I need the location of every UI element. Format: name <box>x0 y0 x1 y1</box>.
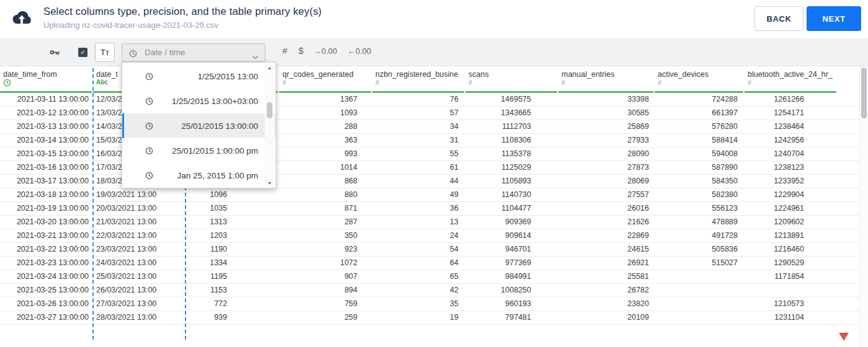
table-cell: 1093 <box>279 107 372 120</box>
column-type-indicator: # <box>658 79 745 88</box>
table-cell: 1224961 <box>745 202 838 215</box>
dropdown-scrollbar-thumb[interactable] <box>267 102 272 118</box>
column-type-indicator <box>841 79 859 88</box>
table-cell <box>838 257 859 270</box>
text-type-button[interactable]: Tт <box>95 43 115 62</box>
table-cell: 1153 <box>186 284 279 297</box>
table-cell: 1210573 <box>745 297 838 310</box>
format-option[interactable]: 1/25/2015 13:00+03:00 <box>122 89 275 113</box>
increase-decimals-button[interactable]: →0.00 <box>313 46 337 56</box>
format-option[interactable]: 1/25/2015 13:00 <box>122 64 275 89</box>
table-cell: 26016 <box>558 202 655 215</box>
column-fill-bar <box>655 91 743 93</box>
primary-key-icon[interactable] <box>49 46 61 61</box>
table-cell: 65 <box>372 270 465 283</box>
table-cell: 556123 <box>655 202 745 215</box>
table-cell: 1261266 <box>745 93 838 106</box>
table-cell: 894 <box>279 284 372 297</box>
number-type-button[interactable]: # <box>282 46 287 56</box>
column-type-select[interactable]: Date / time <box>122 43 266 62</box>
table-cell: 1104477 <box>465 202 558 215</box>
table-cell: 33398 <box>558 93 655 106</box>
table-cell: 2021-03-23 13:00:00 <box>0 257 93 270</box>
table-cell <box>838 175 859 188</box>
table-cell: 1240704 <box>745 147 838 160</box>
red-triangle-indicator <box>839 333 849 341</box>
format-option[interactable]: 25/01/2015 1:00:00 pm <box>122 138 275 163</box>
column-fill-bar <box>279 91 371 93</box>
table-cell: 1203 <box>186 229 279 242</box>
table-cell <box>838 107 859 120</box>
column-header-active_devices[interactable]: active_devices# <box>655 68 745 93</box>
format-option-label: Jan 25, 2015 1:00 pm <box>153 171 275 180</box>
vertical-scrollbar[interactable] <box>859 66 868 347</box>
column-header-spacer <box>838 68 859 93</box>
vertical-scrollbar-thumb[interactable] <box>861 68 867 118</box>
next-button[interactable]: NEXT <box>807 6 861 31</box>
table-cell: 1313 <box>186 216 279 229</box>
table-cell: 582380 <box>655 188 745 201</box>
table-cell: 1238123 <box>745 161 838 174</box>
table-row: 2021-03-23 13:00:0024/03/2021 13:0013341… <box>0 257 859 270</box>
table-cell: 2021-03-20 13:00:00 <box>0 216 93 229</box>
table-cell <box>838 216 859 229</box>
table-cell: 287 <box>279 216 372 229</box>
table-cell: 1112703 <box>465 120 558 133</box>
table-cell: 25869 <box>558 120 655 133</box>
column-header-qr_codes_generated[interactable]: qr_codes_generated# <box>279 68 372 93</box>
table-cell <box>838 134 859 147</box>
table-cell <box>838 270 859 283</box>
column-name: scans <box>468 68 558 79</box>
date-format-dropdown: 1/25/2015 13:001/25/2015 13:00+03:0025/0… <box>122 62 276 188</box>
table-cell: 909369 <box>465 216 558 229</box>
table-cell: 21/03/2021 13:00 <box>93 216 186 229</box>
table-cell: 1367 <box>279 93 372 106</box>
table-cell: 25581 <box>558 270 655 283</box>
decrease-decimals-button[interactable]: ←0.00 <box>347 46 371 56</box>
table-cell: 26921 <box>558 257 655 270</box>
table-cell: 594008 <box>655 147 745 160</box>
selected-marker <box>122 113 124 138</box>
format-option[interactable]: Jan 25, 2015 1:00 pm <box>122 163 275 188</box>
table-cell: 1171854 <box>745 270 838 283</box>
table-cell <box>655 311 745 324</box>
include-column-checkbox[interactable]: ✓ <box>78 48 87 57</box>
column-type-indicator: # <box>748 79 838 88</box>
table-cell: 24/03/2021 13:00 <box>93 257 186 270</box>
table-cell <box>838 120 859 133</box>
table-cell: 25/03/2021 13:00 <box>93 270 186 283</box>
column-header-date_time_from[interactable]: date_time_from <box>0 68 93 93</box>
column-header-scans[interactable]: scans# <box>465 68 558 93</box>
scroll-up-icon[interactable]: ▲ <box>265 64 274 71</box>
format-option-label: 25/01/2015 13:00:00 <box>153 121 275 131</box>
column-header-bluetooth_active_24_hr[interactable]: bluetooth_active_24_hr_# <box>745 68 838 93</box>
table-cell: 24615 <box>558 243 655 256</box>
table-cell: 26/03/2021 13:00 <box>93 284 186 297</box>
table-cell <box>838 229 859 242</box>
table-cell: 26782 <box>558 284 655 297</box>
table-cell: 36 <box>372 202 465 215</box>
column-header-nzbn_registered_busine[interactable]: nzbn_registered_busine# <box>372 68 465 93</box>
column-header-manual_entries[interactable]: manual_entries# <box>558 68 655 93</box>
table-cell: 1108306 <box>465 134 558 147</box>
table-cell: 1096 <box>186 188 279 201</box>
column-fill-bar <box>558 91 653 93</box>
table-cell: 1216460 <box>745 243 838 256</box>
table-cell: 1125029 <box>465 161 558 174</box>
clock-icon <box>129 49 137 60</box>
format-option[interactable]: 25/01/2015 13:00:00 <box>122 113 275 138</box>
table-cell <box>745 284 838 297</box>
currency-type-button[interactable]: $ <box>298 46 303 56</box>
scroll-down-icon[interactable]: ▼ <box>265 179 274 187</box>
table-cell: 2021-03-22 13:00:00 <box>0 243 93 256</box>
dropdown-scrollbar[interactable]: ▲ ▼ <box>265 64 274 187</box>
table-cell: 288 <box>279 120 372 133</box>
back-button[interactable]: BACK <box>754 6 803 31</box>
column-type-value: Date / time <box>145 44 185 61</box>
table-cell: 28090 <box>558 147 655 160</box>
table-cell: 724288 <box>655 93 745 106</box>
table-cell: 1343665 <box>465 107 558 120</box>
table-cell: 505836 <box>655 243 745 256</box>
table-cell: 2021-03-21 13:00:00 <box>0 229 93 242</box>
table-cell: 1105893 <box>465 175 558 188</box>
